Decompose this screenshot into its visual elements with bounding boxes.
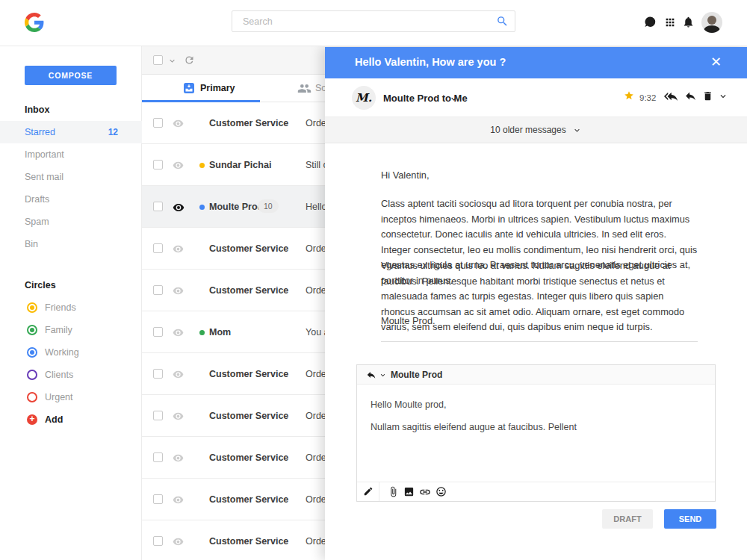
attachment-icon[interactable] — [388, 486, 399, 497]
sidebar: COMPOSE Inbox Starred12 Important Sent m… — [0, 46, 142, 560]
sender-details-chevron-icon[interactable] — [449, 94, 459, 104]
read-eye-icon[interactable] — [173, 369, 184, 380]
sidebar-item-starred[interactable]: Starred12 — [0, 121, 142, 143]
message-title-bar: Hello Valentin, How are you ? ✕ — [325, 47, 747, 78]
reply-recipient: Moulte Prod — [391, 370, 442, 380]
read-eye-icon[interactable] — [173, 243, 184, 255]
row-checkbox[interactable] — [153, 243, 163, 253]
circle-ring-icon — [27, 370, 37, 380]
circle-item-working[interactable]: Working — [0, 341, 142, 364]
message-greeting: Hi Valentin, — [381, 168, 698, 184]
row-checkbox[interactable] — [153, 285, 163, 295]
trash-icon[interactable] — [702, 90, 713, 102]
send-button[interactable]: SEND — [664, 509, 716, 529]
read-eye-icon[interactable] — [173, 494, 184, 505]
reply-composer: Moulte Prod Hello Moulte prod, Nullam sa… — [356, 364, 716, 502]
row-checkbox[interactable] — [153, 118, 163, 128]
reply-arrow-icon[interactable] — [366, 370, 376, 380]
circles-section-title: Circles — [25, 280, 56, 290]
thread-count-badge: 10 — [258, 199, 279, 213]
sidebar-item-sent-mail[interactable]: Sent mail — [0, 166, 142, 188]
select-dropdown-icon[interactable] — [167, 56, 177, 66]
row-checkbox[interactable] — [153, 369, 163, 379]
read-eye-icon[interactable] — [173, 118, 184, 129]
reply-icon[interactable] — [684, 90, 697, 102]
circle-item-family[interactable]: Family — [0, 319, 142, 341]
emoji-icon[interactable] — [436, 486, 447, 497]
label-dot — [199, 205, 205, 210]
circle-ring-icon — [27, 392, 37, 402]
reading-pane: Hello Valentin, How are you ? ✕ M. Moult… — [325, 47, 747, 560]
circle-item-friends[interactable]: Friends — [0, 296, 142, 319]
row-checkbox[interactable] — [153, 536, 163, 546]
pencil-edit-icon[interactable] — [363, 486, 374, 497]
google-logo[interactable] — [25, 13, 44, 32]
sidebar-item-spam[interactable]: Spam — [0, 211, 142, 233]
read-eye-icon[interactable] — [173, 327, 184, 338]
sidebar-item-inbox[interactable]: Inbox — [0, 99, 142, 121]
read-eye-icon[interactable] — [173, 202, 185, 214]
chat-icon[interactable] — [644, 16, 657, 28]
more-actions-chevron-icon[interactable] — [718, 91, 728, 102]
row-checkbox[interactable] — [153, 202, 163, 211]
sender-avatar[interactable]: M. — [352, 86, 376, 110]
read-eye-icon[interactable] — [173, 285, 184, 296]
sender-row: M. Moulte Prod to Me 9:32 — [325, 78, 747, 117]
circle-ring-icon — [27, 347, 37, 358]
reply-mode-chevron-icon[interactable] — [379, 371, 387, 379]
draft-button[interactable]: DRAFT — [602, 509, 653, 529]
avatar-photo — [707, 16, 716, 25]
label-dot — [199, 330, 205, 335]
search-icon[interactable] — [496, 15, 509, 28]
row-checkbox[interactable] — [153, 452, 163, 462]
older-messages-bar[interactable]: 10 older messages — [325, 117, 747, 143]
row-checkbox[interactable] — [153, 160, 163, 169]
read-eye-icon[interactable] — [173, 411, 184, 422]
reply-header: Moulte Prod — [357, 365, 715, 385]
sidebar-item-drafts[interactable]: Drafts — [0, 188, 142, 211]
reply-all-icon[interactable] — [664, 90, 678, 103]
add-circle-icon: + — [27, 414, 37, 425]
refresh-icon[interactable] — [184, 55, 195, 66]
sidebar-item-bin[interactable]: Bin — [0, 233, 142, 255]
read-eye-icon[interactable] — [173, 536, 184, 547]
message-signature: Moulte Prod. — [381, 314, 698, 329]
insert-image-icon[interactable] — [403, 486, 415, 497]
reply-toolbar — [357, 482, 715, 501]
social-tab-icon — [297, 81, 311, 96]
primary-tab-icon — [183, 82, 195, 94]
tab-primary[interactable]: Primary — [200, 83, 235, 93]
message-time: 9:32 — [639, 93, 656, 102]
notifications-bell-icon[interactable] — [682, 16, 695, 28]
sidebar-item-important[interactable]: Important — [0, 143, 142, 166]
circle-item-clients[interactable]: Clients — [0, 364, 142, 386]
insert-link-icon[interactable] — [419, 486, 431, 498]
row-checkbox[interactable] — [153, 494, 163, 504]
apps-grid-icon[interactable] — [664, 16, 676, 28]
read-eye-icon[interactable] — [173, 452, 184, 464]
search-input[interactable] — [232, 10, 515, 32]
read-eye-icon[interactable] — [173, 160, 184, 171]
star-icon[interactable] — [624, 90, 634, 101]
compose-button[interactable]: COMPOSE — [25, 66, 117, 85]
top-header — [0, 0, 747, 46]
close-icon[interactable]: ✕ — [710, 54, 722, 70]
expand-older-chevron-icon — [572, 125, 582, 135]
reply-textarea[interactable]: Hello Moulte prod, Nullam sagittis eleif… — [371, 393, 699, 438]
circle-item-urgent[interactable]: Urgent — [0, 386, 142, 408]
row-checkbox[interactable] — [153, 411, 163, 420]
circle-item-add[interactable]: + Add — [0, 408, 142, 431]
circle-ring-icon — [27, 325, 37, 335]
select-all-checkbox[interactable] — [153, 55, 163, 65]
circle-ring-icon — [27, 302, 37, 313]
row-checkbox[interactable] — [153, 327, 163, 337]
message-divider — [381, 341, 698, 342]
label-dot — [199, 163, 205, 168]
user-avatar[interactable] — [701, 12, 722, 33]
message-subject: Hello Valentin, How are you ? — [355, 56, 506, 68]
starred-count-badge: 12 — [108, 121, 118, 143]
